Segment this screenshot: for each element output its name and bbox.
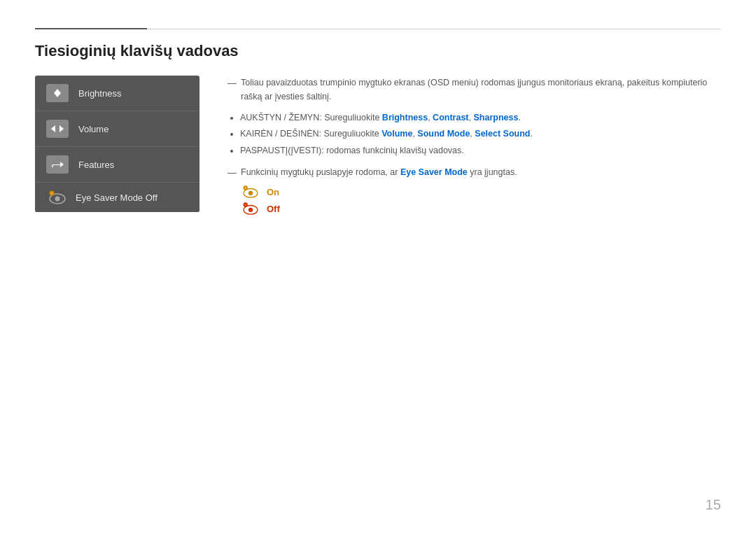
svg-point-6 xyxy=(55,197,60,202)
eye-status-off-row: Off xyxy=(240,202,721,216)
svg-point-14 xyxy=(248,208,253,212)
volume-label: Volume xyxy=(78,124,108,134)
updown-arrow-icon xyxy=(50,88,64,98)
top-decorative-lines xyxy=(35,28,721,29)
menu-item-brightness[interactable]: Brightness xyxy=(35,76,200,111)
bullet-item-1: AUKŠTYN / ŽEMYN: Sureguliuokite Brightne… xyxy=(240,111,721,125)
note-2: — Funkcinių mygtukų puslapyje rodoma, ar… xyxy=(227,165,721,180)
highlight-sound-mode: Sound Mode xyxy=(417,129,470,139)
features-icon-box xyxy=(46,155,69,174)
note-2-text: Funkcinių mygtukų puslapyje rodoma, ar E… xyxy=(241,165,517,179)
highlight-contrast: Contrast xyxy=(433,113,468,122)
eye-off-label: Off xyxy=(267,204,280,214)
svg-marker-2 xyxy=(51,125,55,132)
svg-point-10 xyxy=(248,191,253,195)
brightness-icon-box xyxy=(46,84,69,102)
menu-item-volume[interactable]: Volume xyxy=(35,111,200,147)
eye-saver-svg xyxy=(46,190,69,205)
highlight-brightness: Brightness xyxy=(382,113,428,122)
page-container: Tiesioginių klavišų vadovas Brightness xyxy=(0,0,756,534)
brightness-label: Brightness xyxy=(78,88,121,99)
svg-point-8 xyxy=(51,192,53,195)
leftright-arrow-icon xyxy=(50,124,64,134)
menu-item-eye-saver[interactable]: Eye Saver Mode Off xyxy=(35,183,200,212)
volume-icon-box xyxy=(46,120,69,138)
svg-point-12 xyxy=(244,187,246,189)
highlight-sharpness: Sharpness xyxy=(473,113,518,122)
top-line-dark xyxy=(35,28,147,29)
svg-point-16 xyxy=(244,204,246,206)
eye-on-icon xyxy=(240,185,261,199)
eye-on-label: On xyxy=(267,187,279,197)
note-1-dash: — xyxy=(227,76,237,90)
page-number: 15 xyxy=(706,497,721,513)
svg-marker-0 xyxy=(54,89,61,93)
eye-status-on-row: On xyxy=(240,185,721,199)
eye-saver-icon xyxy=(46,190,69,205)
eye-saver-label: Eye Saver Mode Off xyxy=(76,192,158,203)
top-line-light xyxy=(147,29,721,29)
features-label: Features xyxy=(78,160,114,170)
menu-item-features[interactable]: Features xyxy=(35,147,200,183)
bullet-item-2: KAIRĖN / DEŠINĖN: Sureguliuokite Volume,… xyxy=(240,127,721,141)
note-1-text: Toliau pavaizduotas trumpinio mygtuko ek… xyxy=(241,76,721,104)
main-layout: Brightness Volume xyxy=(35,76,721,218)
note-2-dash: — xyxy=(227,166,237,180)
svg-marker-3 xyxy=(59,125,64,132)
eye-saver-mode-highlight: Eye Saver Mode xyxy=(400,167,468,177)
bullet-list: AUKŠTYN / ŽEMYN: Sureguliuokite Brightne… xyxy=(240,111,721,158)
page-title: Tiesioginių klavišų vadovas xyxy=(35,42,721,60)
highlight-volume: Volume xyxy=(382,129,412,139)
note-1: — Toliau pavaizduotas trumpinio mygtuko … xyxy=(227,76,721,104)
eye-saver-status-icons: On Off xyxy=(240,185,721,216)
highlight-select-sound: Select Sound xyxy=(475,129,530,139)
bullet-item-3: PASPAUSTĮ(ĮVESTI): rodomas funkcinių kla… xyxy=(240,143,721,158)
content-panel: — Toliau pavaizduotas trumpinio mygtuko … xyxy=(227,76,721,218)
enter-arrow-icon xyxy=(50,160,64,169)
menu-panel: Brightness Volume xyxy=(35,76,200,212)
eye-off-icon xyxy=(240,202,261,216)
svg-marker-1 xyxy=(54,93,61,97)
